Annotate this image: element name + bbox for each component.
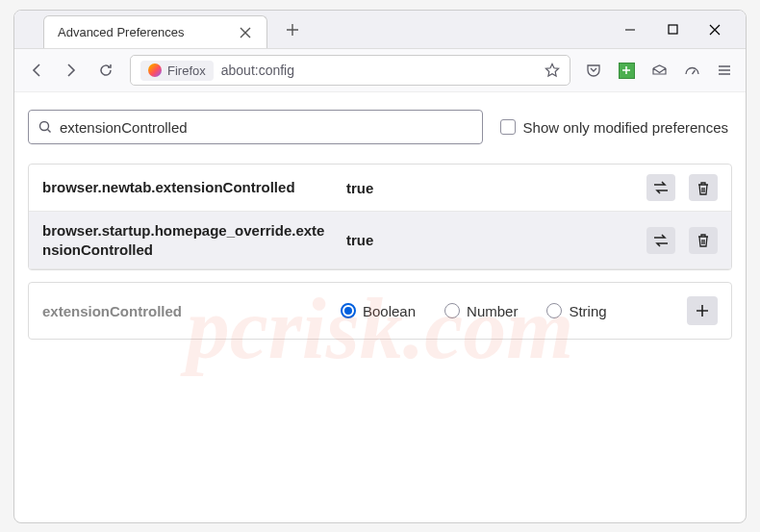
inbox-icon[interactable] <box>649 61 669 80</box>
browser-window: Advanced Preferences <box>13 10 747 523</box>
search-icon <box>38 120 52 134</box>
tab-title: Advanced Preferences <box>58 25 185 39</box>
pref-value: true <box>346 180 631 196</box>
back-button[interactable] <box>26 60 47 81</box>
pref-name: browser.newtab.extensionControlled <box>42 178 331 197</box>
maximize-button[interactable] <box>666 23 679 37</box>
firefox-badge: Firefox <box>140 61 214 81</box>
results-table: browser.newtab.extensionControlled true … <box>28 164 732 270</box>
pref-value: true <box>346 232 631 248</box>
pocket-icon[interactable] <box>584 61 603 80</box>
close-icon[interactable] <box>238 25 253 40</box>
type-options: Boolean Number String <box>341 303 668 319</box>
new-pref-row: extensionControlled Boolean Number Strin… <box>29 283 731 339</box>
new-tab-button[interactable] <box>279 16 306 43</box>
modified-only-checkbox[interactable]: Show only modified preferences <box>500 119 732 136</box>
radio-label: Boolean <box>363 303 416 319</box>
type-number[interactable]: Number <box>444 303 518 319</box>
forward-button[interactable] <box>61 60 82 81</box>
toolbar: Firefox about:config <box>14 49 746 92</box>
extension-icon[interactable] <box>617 61 636 80</box>
content-area: Show only modified preferences browser.n… <box>14 92 746 357</box>
minimize-button[interactable] <box>623 23 637 37</box>
type-boolean[interactable]: Boolean <box>341 303 416 319</box>
radio-icon[interactable] <box>341 303 356 318</box>
toggle-button[interactable] <box>646 227 675 254</box>
pref-name: browser.startup.homepage_override.extens… <box>42 221 331 259</box>
radio-icon[interactable] <box>546 303 562 318</box>
url-bar[interactable]: Firefox about:config <box>130 55 570 86</box>
search-box[interactable] <box>28 110 483 144</box>
bookmark-star-icon[interactable] <box>545 63 560 78</box>
url-text: about:config <box>221 63 294 78</box>
pref-row: browser.startup.homepage_override.extens… <box>29 212 731 269</box>
checkbox-icon[interactable] <box>500 119 516 135</box>
svg-point-1 <box>40 122 49 131</box>
radio-label: Number <box>467 303 518 319</box>
row-actions <box>646 174 718 201</box>
firefox-badge-label: Firefox <box>167 63 206 78</box>
pref-row: browser.newtab.extensionControlled true <box>29 165 731 212</box>
radio-icon[interactable] <box>444 303 460 318</box>
row-actions <box>646 227 718 254</box>
menu-button[interactable] <box>715 61 734 80</box>
checkbox-label: Show only modified preferences <box>523 119 728 136</box>
firefox-icon <box>148 63 162 77</box>
toggle-button[interactable] <box>646 174 675 201</box>
delete-button[interactable] <box>689 227 718 254</box>
titlebar: Advanced Preferences <box>14 11 746 49</box>
radio-label: String <box>569 303 606 319</box>
add-button[interactable] <box>687 296 718 325</box>
svg-rect-0 <box>669 25 677 34</box>
new-pref-name: extensionControlled <box>42 303 321 319</box>
new-preference: extensionControlled Boolean Number Strin… <box>28 282 732 340</box>
search-input[interactable] <box>60 119 472 136</box>
gauge-icon[interactable] <box>682 61 701 80</box>
browser-tab[interactable]: Advanced Preferences <box>43 15 267 48</box>
close-window-button[interactable] <box>708 23 722 37</box>
reload-button[interactable] <box>95 60 116 81</box>
search-row: Show only modified preferences <box>28 110 732 144</box>
delete-button[interactable] <box>689 174 718 201</box>
window-controls <box>623 23 746 37</box>
type-string[interactable]: String <box>546 303 606 319</box>
